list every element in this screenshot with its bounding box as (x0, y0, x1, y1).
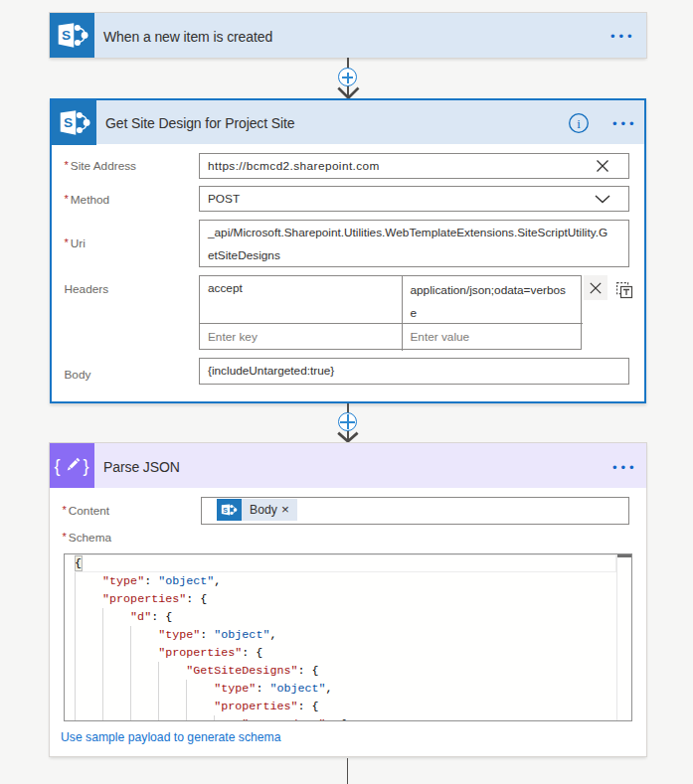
svg-text:S: S (223, 507, 228, 514)
svg-text:{: { (55, 456, 61, 476)
svg-text:S: S (64, 115, 73, 130)
svg-text:S: S (62, 28, 71, 43)
svg-text:i: i (577, 116, 581, 131)
svg-text:}: } (84, 456, 89, 476)
